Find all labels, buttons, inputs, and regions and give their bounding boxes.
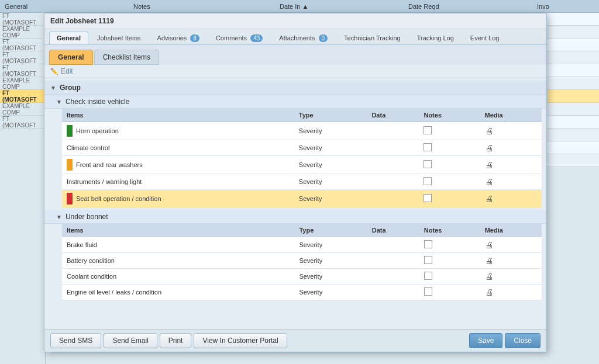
item-media-cell[interactable]: 🖨 bbox=[480, 285, 542, 300]
item-type-cell: Severity bbox=[294, 140, 367, 156]
item-data-cell bbox=[367, 253, 419, 269]
item-notes-cell[interactable] bbox=[419, 269, 480, 285]
notes-checkbox[interactable] bbox=[424, 160, 432, 168]
item-data-cell bbox=[367, 237, 419, 253]
item-notes-cell[interactable] bbox=[419, 156, 480, 174]
notes-checkbox[interactable] bbox=[424, 256, 432, 264]
table-row-highlighted: Seat belt operation / condition Severity… bbox=[62, 190, 542, 208]
save-button[interactable]: Save bbox=[469, 333, 502, 348]
tab-event-log[interactable]: Event Log bbox=[463, 32, 507, 44]
tab-comments[interactable]: Comments 43 bbox=[208, 32, 270, 44]
media-print-icon[interactable]: 🖨 bbox=[485, 256, 493, 265]
col-datereqd: Date Reqd bbox=[408, 3, 478, 10]
media-print-icon[interactable]: 🖨 bbox=[485, 272, 493, 281]
tab-technician-tracking[interactable]: Technician Tracking bbox=[336, 32, 408, 44]
media-print-icon[interactable]: 🖨 bbox=[485, 160, 493, 169]
item-type-cell: Severity bbox=[294, 269, 367, 285]
subgroup-triangle-1[interactable]: ▼ bbox=[56, 99, 62, 105]
item-notes-cell[interactable] bbox=[419, 237, 480, 253]
item-media-cell[interactable]: 🖨 bbox=[480, 122, 542, 140]
item-data-cell bbox=[367, 285, 419, 300]
item-name-cell: Climate control bbox=[62, 140, 294, 156]
subgroup-triangle-2[interactable]: ▼ bbox=[56, 214, 62, 220]
tab-general[interactable]: General bbox=[49, 32, 88, 44]
sidebar-item-highlighted: FT (MOTASOFT bbox=[0, 90, 45, 103]
media-print-icon[interactable]: 🖨 bbox=[485, 194, 493, 203]
media-print-icon[interactable]: 🖨 bbox=[485, 143, 493, 152]
col-invo: Invo bbox=[537, 3, 549, 10]
col-notes: Notes bbox=[133, 3, 221, 10]
media-print-icon[interactable]: 🖨 bbox=[485, 126, 493, 136]
notes-checkbox[interactable] bbox=[424, 272, 432, 280]
item-type-cell: Severity bbox=[294, 253, 367, 269]
view-in-customer-portal-button[interactable]: View In Customer Portal bbox=[194, 333, 287, 348]
modal-title: Edit Jobsheet 1119 bbox=[44, 13, 546, 29]
item-notes-cell[interactable] bbox=[419, 140, 480, 156]
checklist-content[interactable]: ▼ Group ▼ Check inside vehicle Items Typ… bbox=[44, 78, 546, 329]
footer-left: Send SMS Send Email Print View In Custom… bbox=[50, 333, 287, 348]
item-notes-cell[interactable] bbox=[419, 122, 480, 140]
item-media-cell[interactable]: 🖨 bbox=[480, 269, 542, 285]
modal-footer: Send SMS Send Email Print View In Custom… bbox=[44, 329, 546, 352]
col-header-media-2: Media bbox=[480, 224, 542, 237]
notes-checkbox[interactable] bbox=[424, 287, 432, 296]
col-header-items-2: Items bbox=[62, 224, 294, 237]
item-notes-cell[interactable] bbox=[419, 190, 480, 208]
notes-checkbox[interactable] bbox=[424, 240, 432, 248]
notes-checkbox[interactable] bbox=[424, 126, 432, 134]
group-header: ▼ Group bbox=[44, 81, 546, 95]
col-header-items-1: Items bbox=[62, 109, 294, 122]
modal: Edit Jobsheet 1119 General Jobsheet Item… bbox=[44, 13, 547, 352]
item-name-cell: Brake fluid bbox=[62, 237, 294, 253]
col-header-type-1: Type bbox=[294, 109, 367, 122]
item-type-cell: Severity bbox=[294, 237, 367, 253]
table-row: Front and rear washers Severity 🖨 bbox=[62, 156, 542, 174]
sidebar-item: EXAMPLE COMP bbox=[0, 77, 45, 90]
item-data-cell bbox=[367, 174, 419, 190]
notes-checkbox[interactable] bbox=[424, 177, 432, 185]
col-header-data-2: Data bbox=[367, 224, 419, 237]
edit-toolbar: ✏️ Edit bbox=[44, 65, 546, 78]
sidebar-item: FT (MOTASOFT bbox=[0, 39, 45, 51]
notes-checkbox[interactable] bbox=[424, 143, 432, 151]
item-media-cell[interactable]: 🖨 bbox=[480, 156, 542, 174]
item-name-cell: Instruments / warning light bbox=[62, 174, 294, 190]
modal-content: General Checklist Items ✏️ Edit ▼ Group … bbox=[44, 45, 546, 329]
item-media-cell[interactable]: 🖨 bbox=[480, 237, 542, 253]
edit-link[interactable]: Edit bbox=[61, 67, 73, 75]
item-media-cell[interactable]: 🖨 bbox=[480, 190, 542, 208]
col-header-type-2: Type bbox=[294, 224, 367, 237]
severity-dot bbox=[67, 193, 73, 204]
print-button[interactable]: Print bbox=[160, 333, 192, 348]
media-print-icon[interactable]: 🖨 bbox=[485, 240, 493, 249]
item-media-cell[interactable]: 🖨 bbox=[480, 140, 542, 156]
close-button[interactable]: Close bbox=[505, 333, 541, 348]
media-print-icon[interactable]: 🖨 bbox=[485, 177, 493, 186]
media-print-icon[interactable]: 🖨 bbox=[485, 287, 493, 297]
tab-tracking-log[interactable]: Tracking Log bbox=[409, 32, 462, 44]
item-notes-cell[interactable] bbox=[419, 174, 480, 190]
table-row: Engine oil level / leaks / condition Sev… bbox=[62, 285, 542, 300]
table-header-row-1: Items Type Data Notes Media bbox=[62, 109, 542, 122]
notes-checkbox[interactable] bbox=[424, 194, 432, 202]
collapse-triangle[interactable]: ▼ bbox=[50, 85, 56, 91]
item-media-cell[interactable]: 🖨 bbox=[480, 253, 542, 269]
table-row: Brake fluid Severity 🖨 bbox=[62, 237, 542, 253]
tab-jobsheet-items[interactable]: Jobsheet Items bbox=[89, 32, 149, 44]
item-data-cell bbox=[367, 269, 419, 285]
tab-advisories[interactable]: Advisories 8 bbox=[150, 32, 207, 44]
subgroup-under-bonnet: ▼ Under bonnet bbox=[44, 210, 546, 224]
inner-tab-checklist-items[interactable]: Checklist Items bbox=[94, 50, 159, 65]
item-name-cell: Front and rear washers bbox=[62, 156, 294, 174]
tab-attachments[interactable]: Attachments 0 bbox=[271, 32, 335, 44]
item-media-cell[interactable]: 🖨 bbox=[480, 174, 542, 190]
item-notes-cell[interactable] bbox=[419, 253, 480, 269]
comments-badge: 43 bbox=[250, 34, 263, 42]
send-email-button[interactable]: Send Email bbox=[104, 333, 157, 348]
item-notes-cell[interactable] bbox=[419, 285, 480, 300]
inner-tab-general[interactable]: General bbox=[49, 50, 93, 65]
send-sms-button[interactable]: Send SMS bbox=[50, 333, 101, 348]
item-name-cell: Seat belt operation / condition bbox=[62, 190, 294, 208]
table-header-row-2: Items Type Data Notes Media bbox=[62, 224, 542, 237]
sidebar-item: FT (MOTASOFT bbox=[0, 13, 45, 26]
